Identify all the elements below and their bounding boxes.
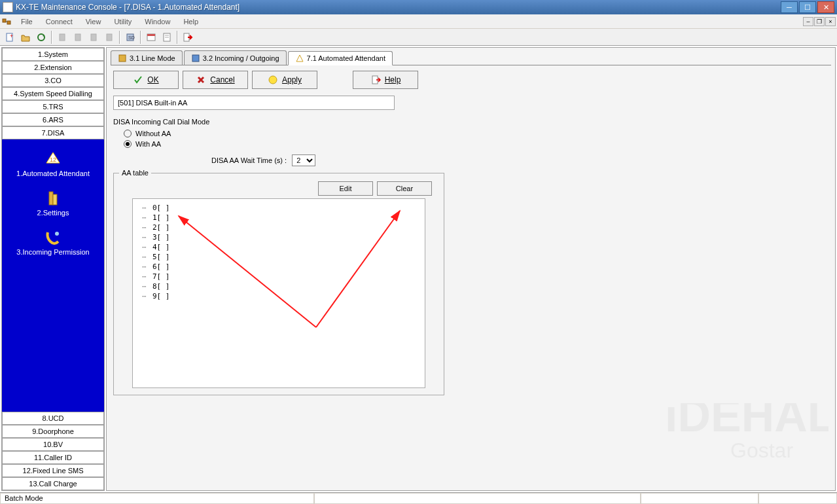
tab-icon [118, 54, 127, 63]
sidebar-item-speed-dialling[interactable]: 4.System Speed Dialling [2, 87, 104, 100]
help-icon [370, 75, 381, 85]
toolbar-phone1-icon[interactable] [55, 30, 69, 45]
sidebar-item-extension[interactable]: 2.Extension [2, 61, 104, 74]
tab-automated-attendant[interactable]: 7.1 Automated Attendant [288, 51, 393, 65]
sidebar-item-system[interactable]: 1.System [2, 48, 104, 61]
tab-incoming-outgoing[interactable]: 3.2 Incoming / Outgoing [184, 50, 287, 65]
toolbar-exit-icon[interactable] [181, 30, 195, 45]
sidebar-item-disa[interactable]: 7.DISA [2, 126, 104, 139]
ok-label: OK [147, 75, 158, 84]
apply-button[interactable]: Apply [252, 71, 317, 89]
menu-connect[interactable]: Connect [39, 16, 79, 27]
close-button[interactable]: ✕ [817, 1, 834, 13]
tab-label: 3.2 Incoming / Outgoing [203, 54, 279, 62]
toolbar-phone4-icon[interactable] [102, 30, 116, 45]
menu-file[interactable]: File [14, 16, 39, 27]
status-cell-2 [314, 493, 641, 504]
tree-item[interactable]: 5[ ] [137, 252, 421, 262]
sidebar-item-ucd[interactable]: 8.UCD [2, 412, 104, 425]
mdi-close-button[interactable]: × [825, 17, 836, 26]
toolbar-calendar-icon[interactable] [144, 30, 158, 45]
sidebar-item-caller-id[interactable]: 11.Caller ID [2, 451, 104, 464]
radio-label-with-aa: With AA [135, 140, 161, 148]
automated-attendant-icon: 12 [44, 150, 62, 168]
toolbar-new-icon[interactable]: + [3, 30, 17, 45]
tab-line-mode[interactable]: 3.1 Line Mode [111, 50, 183, 65]
tab-icon [295, 54, 304, 63]
sidebar-sub-label: 3.Incoming Permission [16, 248, 89, 256]
menu-bar: File Connect View Utility Window Help – … [0, 14, 837, 29]
svg-text:Gostar: Gostar [730, 439, 793, 462]
incoming-permission-icon [44, 228, 62, 247]
maximize-button[interactable]: ☐ [799, 1, 816, 13]
tree-item[interactable]: 1[ ] [137, 213, 421, 223]
ok-button[interactable]: OK [113, 71, 179, 89]
sidebar-subpanel: 12 1.Automated Attendant 2.Settings 3.In… [2, 139, 104, 268]
toolbar-open-icon[interactable] [18, 30, 33, 45]
svg-rect-1 [7, 21, 10, 24]
tree-item[interactable]: 0[ ] [137, 203, 421, 213]
cancel-button[interactable]: Cancel [183, 71, 248, 89]
help-label: Help [385, 75, 401, 84]
apply-icon [268, 75, 278, 85]
status-cell-4 [758, 493, 837, 504]
cancel-label: Cancel [210, 75, 234, 84]
menu-utility[interactable]: Utility [107, 16, 138, 27]
svg-rect-19 [49, 192, 53, 205]
tree-item[interactable]: 7[ ] [137, 272, 421, 281]
sidebar-item-fixed-line-sms[interactable]: 12.Fixed Line SMS [2, 464, 104, 477]
connect-icon [1, 16, 12, 27]
sidebar-item-trs[interactable]: 5.TRS [2, 100, 104, 113]
mdi-restore-button[interactable]: ❐ [814, 17, 825, 26]
toolbar-phone2-icon[interactable] [71, 30, 85, 45]
toolbar-note-icon[interactable] [160, 30, 174, 45]
toolbar-phone3-icon[interactable] [86, 30, 101, 45]
clear-button[interactable]: Clear [377, 181, 432, 196]
wait-time-select[interactable]: 2 [292, 154, 315, 166]
menu-view[interactable]: View [79, 16, 108, 27]
svg-rect-25 [192, 55, 199, 62]
toolbar-sd-icon[interactable]: SD [123, 30, 137, 45]
help-button[interactable]: Help [353, 71, 418, 89]
tree-item[interactable]: 9[ ] [137, 291, 421, 301]
menu-window[interactable]: Window [138, 16, 177, 27]
tab-label: 3.1 Line Mode [130, 54, 175, 62]
status-mode: Batch Mode [0, 493, 314, 504]
settings-icon [44, 189, 62, 207]
check-icon [133, 75, 143, 85]
svg-text:SD: SD [128, 35, 135, 40]
tree-item[interactable]: 2[ ] [137, 223, 421, 232]
groupbox-aa-table: AA table Edit Clear 0[ ] 1[ ] 2[ ] 3[ ] … [113, 173, 444, 395]
content-panel: iDEHALGostar 3.1 Line Mode 3.2 Incoming … [106, 47, 836, 491]
tree-item[interactable]: 3[ ] [137, 232, 421, 242]
menu-help[interactable]: Help [177, 16, 205, 27]
radio-with-aa[interactable] [124, 140, 132, 148]
tab-label: 7.1 Automated Attendant [307, 54, 385, 62]
tree-item[interactable]: 4[ ] [137, 242, 421, 252]
svg-rect-0 [3, 19, 6, 22]
svg-rect-8 [91, 34, 96, 41]
sidebar-sub-settings[interactable]: 2.Settings [2, 184, 104, 223]
minimize-button[interactable]: ─ [781, 1, 798, 13]
svg-rect-6 [60, 34, 65, 41]
sidebar-item-co[interactable]: 3.CO [2, 74, 104, 87]
svg-rect-9 [107, 34, 112, 41]
toolbar-refresh-icon[interactable] [34, 30, 48, 45]
radio-without-aa[interactable] [124, 130, 132, 137]
tab-icon [191, 54, 200, 63]
toolbar: + SD [0, 29, 837, 46]
sidebar-sub-incoming-permission[interactable]: 3.Incoming Permission [2, 223, 104, 262]
tree-item[interactable]: 6[ ] [137, 262, 421, 272]
sidebar-item-ars[interactable]: 6.ARS [2, 113, 104, 126]
edit-button[interactable]: Edit [318, 181, 373, 196]
apply-label: Apply [282, 75, 302, 84]
sidebar-sub-automated-attendant[interactable]: 12 1.Automated Attendant [2, 145, 104, 184]
aa-tree[interactable]: 0[ ] 1[ ] 2[ ] 3[ ] 4[ ] 5[ ] 6[ ] 7[ ] … [132, 198, 425, 388]
sidebar-item-bv[interactable]: 10.BV [2, 438, 104, 451]
status-bar: Batch Mode [0, 492, 837, 504]
sidebar-item-doorphone[interactable]: 9.Doorphone [2, 425, 104, 438]
tree-item[interactable]: 8[ ] [137, 281, 421, 291]
mdi-minimize-button[interactable]: – [803, 17, 813, 26]
sidebar-item-call-charge[interactable]: 13.Call Charge [2, 477, 104, 490]
svg-rect-20 [53, 194, 57, 205]
